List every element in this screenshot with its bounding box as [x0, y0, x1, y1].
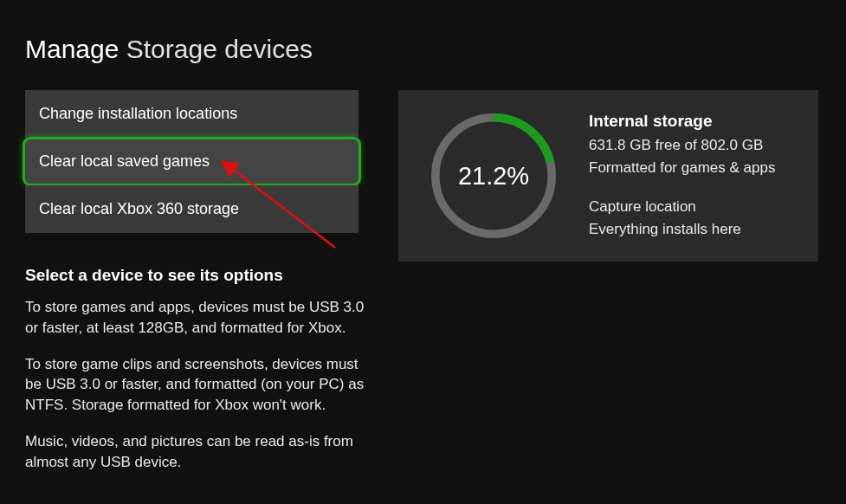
- option-change-installation-locations[interactable]: Change installation locations: [25, 90, 358, 138]
- left-column: Change installation locations Clear loca…: [0, 90, 372, 488]
- option-clear-local-saved-games[interactable]: Clear local saved games: [25, 139, 358, 184]
- option-clear-local-xbox360-storage[interactable]: Clear local Xbox 360 storage: [25, 185, 358, 233]
- page-title: Storage devices: [126, 35, 313, 63]
- help-paragraph-3: Music, videos, and pictures can be read …: [25, 431, 376, 473]
- storage-percent-label: 21.2%: [424, 107, 563, 245]
- page-header: Manage Storage devices: [0, 0, 846, 90]
- storage-name: Internal storage: [589, 112, 775, 131]
- breadcrumb: Manage: [25, 35, 119, 63]
- help-paragraph-2: To store game clips and screenshots, dev…: [25, 354, 376, 416]
- help-paragraph-1: To store games and apps, devices must be…: [25, 297, 376, 339]
- storage-capture-location: Capture location: [589, 196, 775, 218]
- options-list: Change installation locations Clear loca…: [25, 90, 372, 233]
- storage-format: Formatted for games & apps: [589, 157, 775, 179]
- help-title: Select a device to see its options: [25, 266, 376, 285]
- storage-installs-here: Everything installs here: [589, 218, 775, 241]
- help-text-block: Select a device to see its options To st…: [25, 266, 376, 473]
- storage-info: Internal storage 631.8 GB free of 802.0 …: [589, 112, 775, 240]
- storage-donut-chart: 21.2%: [424, 107, 563, 245]
- storage-device-panel[interactable]: 21.2% Internal storage 631.8 GB free of …: [398, 90, 818, 262]
- storage-free: 631.8 GB free of 802.0 GB: [589, 134, 775, 157]
